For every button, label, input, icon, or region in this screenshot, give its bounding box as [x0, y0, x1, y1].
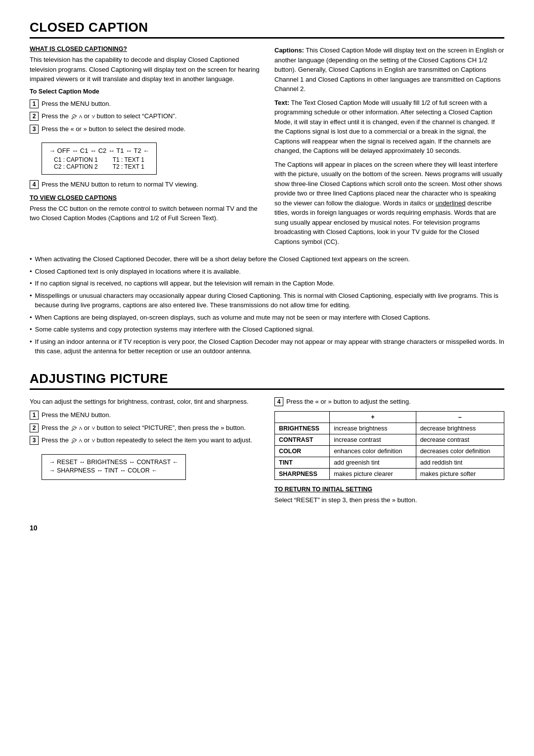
step-1: 1 Press the MENU button. — [30, 99, 260, 109]
bullet-2: • Closed Captioned text is only displaye… — [30, 267, 504, 277]
contrast-minus: decrease contrast — [416, 434, 504, 446]
table-row-tint: TINT add greenish tint add reddish tint — [275, 457, 504, 469]
bullet-7: • If using an indoor antenna or if TV re… — [30, 337, 504, 356]
picture-step-3: 3 Press the ⌮ ∧ or ∨ button repeatedly t… — [30, 435, 260, 445]
return-heading: TO RETURN TO INITIAL SETTING — [274, 486, 504, 493]
adjusting-picture-columns: You can adjust the settings for brightne… — [30, 397, 504, 509]
color-label: COLOR — [275, 446, 330, 457]
diagram-labels: C1 : CAPTION 1 C2 : CAPTION 2 T1 : TEXT … — [49, 156, 149, 170]
select-caption-heading: To Select Caption Mode — [30, 88, 260, 95]
brightness-plus: increase brightness — [330, 423, 416, 434]
closed-caption-left: WHAT IS CLOSED CAPTIONING? This televisi… — [30, 46, 260, 250]
sharpness-plus: makes picture clearer — [330, 469, 416, 480]
brightness-minus: decrease brightness — [416, 423, 504, 434]
t2-label: T2 : TEXT 1 — [113, 163, 144, 170]
closed-caption-section: CLOSED CAPTION WHAT IS CLOSED CAPTIONING… — [30, 20, 504, 356]
picture-step-2: 2 Press the ⌮ ∧ or ∨ button to select “P… — [30, 423, 260, 433]
adjusting-picture-title: ADJUSTING PICTURE — [30, 371, 504, 390]
c2-label: C2 : CAPTION 2 — [54, 163, 98, 170]
bullet-5: • When Captions are being displayed, on-… — [30, 313, 504, 323]
table-row-brightness: BRIGHTNESS increase brightness decrease … — [275, 423, 504, 434]
bullet-3: • If no caption signal is received, no c… — [30, 279, 504, 288]
captions-para2: The Captions will appear in places on th… — [274, 160, 504, 247]
table-row-sharpness: SHARPNESS makes picture clearer makes pi… — [275, 469, 504, 480]
adjusting-intro: You can adjust the settings for brightne… — [30, 397, 260, 407]
brightness-label: BRIGHTNESS — [275, 423, 330, 434]
step-3: 3 Press the « or » button to select the … — [30, 124, 260, 134]
diagram-flow: → OFF ↔ C1 ↔ C2 ↔ T1 ↔ T2 ← — [49, 147, 149, 154]
picture-steps: 1 Press the MENU button. 2 Press the ⌮ ∧… — [30, 410, 260, 445]
closed-caption-columns: WHAT IS CLOSED CAPTIONING? This televisi… — [30, 46, 504, 250]
t1-label: T1 : TEXT 1 — [113, 156, 144, 163]
step-4: 4 Press the MENU button to return to nor… — [30, 180, 260, 189]
picture-settings-table: + – BRIGHTNESS increase brightness decre… — [274, 411, 504, 480]
table-row-contrast: CONTRAST increase contrast decrease cont… — [275, 434, 504, 446]
page-number: 10 — [30, 524, 504, 532]
text-para: Text: The Text Closed Caption Mode will … — [274, 98, 504, 156]
bullet-1: • When activating the Closed Captioned D… — [30, 254, 504, 264]
adjusting-picture-right: 4 Press the « or » button to adjust the … — [274, 397, 504, 509]
tint-plus: add greenish tint — [330, 457, 416, 469]
tint-minus: add reddish tint — [416, 457, 504, 469]
picture-diagram-row2: → SHARPNESS ↔ TINT ↔ COLOR ← — [49, 467, 178, 474]
text-bold: Text: — [274, 99, 289, 106]
step-2: 2 Press the ⌮ ∧ or ∨ button to select “C… — [30, 111, 260, 121]
tint-label: TINT — [275, 457, 330, 469]
what-is-text: This television has the capability to de… — [30, 55, 260, 84]
what-is-heading: WHAT IS CLOSED CAPTIONING? — [30, 46, 260, 52]
col-setting — [275, 412, 330, 423]
captions-para: Captions: This Closed Caption Mode will … — [274, 46, 504, 94]
sharpness-minus: makes picture softer — [416, 469, 504, 480]
picture-diagram: → RESET ↔ BRIGHTNESS ↔ CONTRAST ← → SHAR… — [42, 454, 186, 480]
adjusting-picture-section: ADJUSTING PICTURE You can adjust the set… — [30, 371, 504, 509]
color-plus: enhances color definition — [330, 446, 416, 457]
select-caption-steps: 1 Press the MENU button. 2 Press the ⌮ ∧… — [30, 99, 260, 134]
picture-step-1: 1 Press the MENU button. — [30, 410, 260, 420]
contrast-label: CONTRAST — [275, 434, 330, 446]
sharpness-label: SHARPNESS — [275, 469, 330, 480]
col-minus: – — [416, 412, 504, 423]
bullet-4: • Misspellings or unusual characters may… — [30, 291, 504, 310]
picture-diagram-row1: → RESET ↔ BRIGHTNESS ↔ CONTRAST ← — [49, 459, 178, 466]
captions-bold: Captions: — [274, 47, 304, 54]
bullet-6: • Some cable systems and copy protection… — [30, 325, 504, 334]
view-captions-text: Press the CC button on the remote contro… — [30, 204, 260, 223]
return-text: Select “RESET” in step 3, then press the… — [274, 495, 504, 505]
color-minus: decreases color definition — [416, 446, 504, 457]
table-row-color: COLOR enhances color definition decrease… — [275, 446, 504, 457]
return-to-initial: TO RETURN TO INITIAL SETTING Select “RES… — [274, 486, 504, 505]
c1-label: C1 : CAPTION 1 — [54, 156, 98, 163]
closed-caption-title: CLOSED CAPTION — [30, 20, 504, 39]
adjusting-picture-left: You can adjust the settings for brightne… — [30, 397, 260, 509]
captions-text: This Closed Caption Mode will display te… — [274, 47, 504, 93]
view-captions-heading: TO VIEW CLOSED CAPTIONS — [30, 194, 260, 201]
table-header-row: + – — [275, 412, 504, 423]
picture-step-4: 4 Press the « or » button to adjust the … — [274, 397, 504, 407]
caption-mode-diagram: → OFF ↔ C1 ↔ C2 ↔ T1 ↔ T2 ← C1 : CAPTION… — [42, 142, 157, 175]
closed-caption-right: Captions: This Closed Caption Mode will … — [274, 46, 504, 250]
bullet-list: • When activating the Closed Captioned D… — [30, 254, 504, 356]
text-content: The Text Closed Caption Mode will usuall… — [274, 99, 495, 155]
contrast-plus: increase contrast — [330, 434, 416, 446]
col-plus: + — [330, 412, 416, 423]
